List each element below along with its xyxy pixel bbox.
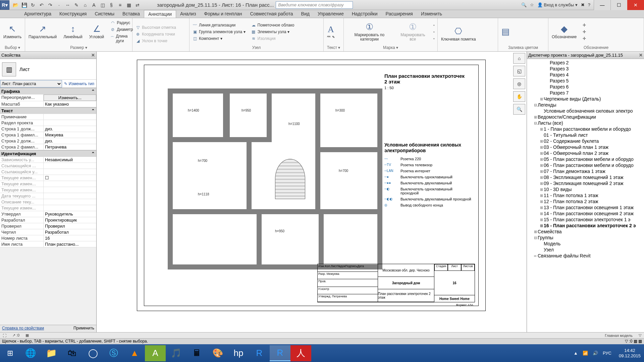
workset-select[interactable]: Главная модель <box>605 334 633 338</box>
tree-node[interactable]: Разрез 3 <box>527 66 644 72</box>
skype-icon[interactable]: Ⓢ <box>103 345 124 361</box>
drawing-area[interactable]: h=1400 h=950 h=1100 h=300 h=700 h=1118 h… <box>97 52 527 332</box>
room-tag-icon[interactable]: ▫ <box>432 36 436 42</box>
tree-node[interactable]: ⊞15 - План расстановки электроточек 1 э <box>527 217 644 223</box>
filter-icon[interactable]: ▽ <box>639 333 641 338</box>
detail-line-button[interactable]: 〰Линия детализации <box>191 22 247 28</box>
span-symbol-icon[interactable]: ✛ <box>581 22 587 28</box>
minimize-button[interactable]: — <box>594 0 610 10</box>
detail-level-icon[interactable]: ▦ <box>25 333 29 338</box>
tree-node[interactable]: ⊞09 - Экспликация помещений 2 этаж <box>527 180 644 186</box>
volume-icon[interactable]: 🔊 <box>593 351 598 356</box>
title-block[interactable]: Изм. Кол. Лист №док Подпись Дата Разр. М… <box>317 264 475 302</box>
ribbon-tab[interactable]: Анализ <box>176 10 200 18</box>
ribbon-tab[interactable]: Изменить <box>417 10 446 18</box>
ribbon-tab[interactable]: Расширения <box>382 10 417 18</box>
properties-help-link[interactable]: Справка по свойствам <box>2 326 44 331</box>
tree-node[interactable]: ⊞02 - Содержание буклета <box>527 138 644 144</box>
detail-elems-button[interactable]: ▦Элементы узла ▾ <box>250 29 296 35</box>
clock[interactable]: 14:4209.12.2015 <box>615 348 644 358</box>
component-button[interactable]: ◫Компонент ▾ <box>191 36 247 42</box>
tree-node[interactable]: ⊟Легенды <box>527 102 644 108</box>
close-icon[interactable]: ✕ <box>91 53 95 58</box>
tree-node[interactable]: ⊞04 - Обмерочный план 2 этаж <box>527 150 644 156</box>
print-icon[interactable]: · <box>56 2 62 8</box>
angular-dim-button[interactable]: ∠Угловой <box>87 22 106 41</box>
override-button[interactable]: Изменить... <box>44 95 96 101</box>
revit-icon[interactable]: R <box>270 345 290 361</box>
pdf-icon[interactable]: 人 <box>290 345 311 361</box>
tree-node[interactable]: ⊞05 - План расстановки мебели и оборудо <box>527 156 644 162</box>
aligned-dim-button[interactable]: ↗Параллельный <box>26 22 59 41</box>
lang-indicator[interactable]: РУС <box>603 351 611 356</box>
tree-node[interactable]: ⊞Семейства <box>527 229 644 235</box>
beam-symbol-icon[interactable]: ✛ <box>581 29 587 35</box>
help-icon[interactable]: ? <box>588 2 590 7</box>
modify-button[interactable]: ↖Изменить <box>1 22 23 41</box>
tree-node[interactable]: ⊞10 - 3D виды <box>527 186 644 192</box>
maximize-button[interactable]: ☐ <box>610 0 627 10</box>
autocad-icon[interactable]: A <box>145 345 166 361</box>
ribbon-tab[interactable]: Архитектура <box>20 10 55 18</box>
close-hidden-icon[interactable]: ▦ <box>125 2 132 8</box>
material-tag-icon[interactable]: ▫ <box>432 22 436 28</box>
hp-icon[interactable]: hp <box>228 345 249 361</box>
ribbon-tab[interactable]: Конструкция <box>55 10 91 18</box>
app-menu-button[interactable]: R▾ <box>0 0 9 10</box>
symbol-button[interactable]: ◆Обозначение <box>550 22 579 41</box>
project-tree[interactable]: Разрез 2Разрез 3Разрез 4Разрез 5Разрез 6… <box>527 59 644 332</box>
tree-node[interactable]: ⊞08 - Экспликация помещений 1 этаж <box>527 174 644 180</box>
music-icon[interactable]: 🎵 <box>166 345 186 361</box>
tree-node[interactable]: ⊞07 - План демонтажа 1 этаж <box>527 168 644 174</box>
subscription-icon[interactable]: ☆ <box>530 2 534 7</box>
scale-value[interactable]: ↗ :0 <box>12 333 19 338</box>
chrome-icon[interactable]: ◯ <box>83 345 103 361</box>
network-icon[interactable]: 📶 <box>583 351 588 356</box>
sheet[interactable]: h=1400 h=950 h=1100 h=300 h=700 h=1118 h… <box>137 60 486 311</box>
detail-group-button[interactable]: ▣Группа элементов узла ▾ <box>191 29 247 35</box>
tree-node[interactable]: ⊞1 - План расстановки мебели и оборудо <box>527 126 644 132</box>
ribbon-tab[interactable]: Системы <box>91 10 118 18</box>
category-header[interactable]: Идентификация⌃ <box>0 150 96 157</box>
tree-node[interactable]: ⊞11 - План потолка 1 этаж <box>527 192 644 198</box>
store-icon[interactable]: 🛍 <box>62 345 83 361</box>
undo-icon[interactable]: ↶ <box>38 2 45 8</box>
tree-node[interactable]: ⊞13 - План расстановки освещения 1 этаж <box>527 204 644 210</box>
tree-node[interactable]: Разрез 6 <box>527 84 644 90</box>
tree-node[interactable]: Разрез 5 <box>527 78 644 84</box>
pan-icon[interactable]: ✋ <box>513 91 525 102</box>
ribbon-tab[interactable]: Надстройки <box>348 10 382 18</box>
ribbon-tab[interactable]: Управление <box>314 10 348 18</box>
tree-node[interactable]: Модель <box>527 241 644 247</box>
thin-lines-icon[interactable]: ≡ <box>117 2 123 8</box>
tree-node[interactable]: Условные обозначения силовых электро <box>527 108 644 114</box>
tree-node[interactable]: ⊟Листы (все) <box>527 120 644 126</box>
vlc-icon[interactable]: ▲ <box>124 345 145 361</box>
text-icon[interactable]: A <box>91 2 97 8</box>
tree-node[interactable]: Разрез 2 <box>527 60 644 66</box>
revision-cloud-button[interactable]: ☁Пометочное облако <box>250 22 296 28</box>
text-button[interactable]: Aᴬᴮᶜ ✎ <box>325 23 337 40</box>
revit-icon[interactable]: R <box>249 345 270 361</box>
apply-button[interactable]: Применить <box>73 326 94 331</box>
note-value[interactable] <box>44 114 96 120</box>
start-button[interactable]: ⊞ <box>0 344 20 362</box>
tree-node[interactable]: Разрез 4 <box>527 72 644 78</box>
tree-node[interactable]: Узел <box>527 247 644 253</box>
tree-node[interactable]: 01 - Титульный лист <box>527 132 644 138</box>
tree-node[interactable]: ⊞12 - План потолка 2 этаж <box>527 198 644 204</box>
tag-all-button[interactable]: ①Маркировать все <box>396 20 429 43</box>
linear-dim-button[interactable]: ↕Линейный <box>61 22 85 41</box>
path-symbol-icon[interactable]: ✛ <box>581 36 587 42</box>
close-icon[interactable]: ✕ <box>639 53 643 58</box>
tree-node[interactable]: ∞Связанные файлы Revit <box>527 253 644 259</box>
switch-windows-icon[interactable]: ⇄ <box>134 2 141 8</box>
signin-button[interactable]: 👤 Вход в службы ▾ <box>537 2 578 7</box>
explorer-icon[interactable]: 📁 <box>41 345 62 361</box>
filter-select[interactable]: Лист: План расста <box>0 80 62 87</box>
tray-expand-icon[interactable]: ▲ <box>574 351 578 356</box>
tree-node[interactable]: ⊟Группы <box>527 235 644 241</box>
section-icon[interactable]: § <box>108 2 115 8</box>
tree-node[interactable]: ⊞14 - План расстановки освещения 2 этаж <box>527 210 644 217</box>
ribbon-tab[interactable]: Вид <box>297 10 314 18</box>
